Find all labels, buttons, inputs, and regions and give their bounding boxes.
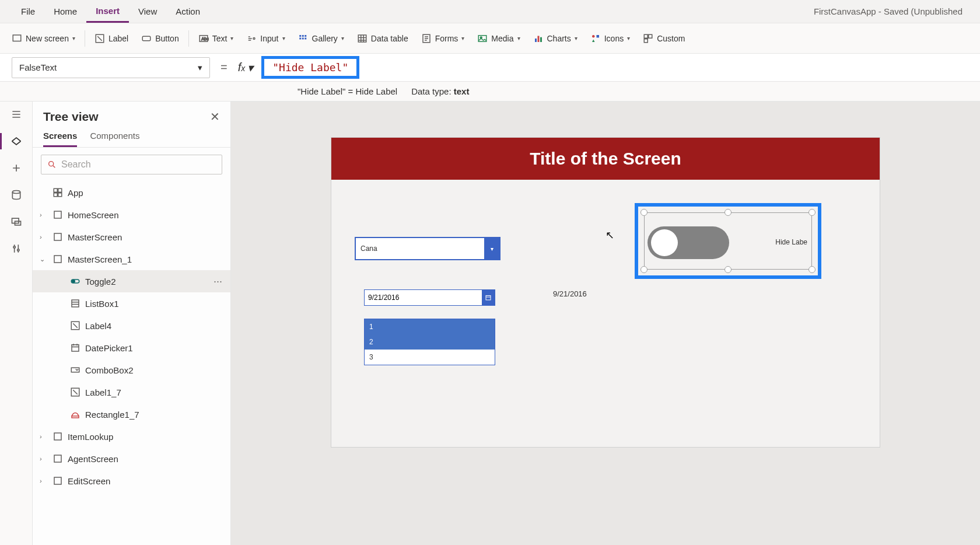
- tree-node-itemlookup[interactable]: ›ItemLookup: [33, 425, 230, 448]
- custom-button[interactable]: Custom: [637, 30, 691, 47]
- svg-rect-6: [299, 35, 301, 37]
- advanced-tools-icon[interactable]: [9, 242, 23, 256]
- tree-node-datepicker1[interactable]: DatePicker1: [33, 337, 230, 359]
- menu-action[interactable]: Action: [166, 0, 209, 23]
- text-button[interactable]: Abc Text▾: [192, 30, 240, 47]
- tree-node-masterscreen1[interactable]: ⌄MasterScreen_1: [33, 248, 230, 270]
- list-item[interactable]: 3: [365, 350, 495, 365]
- list-item[interactable]: 2: [365, 334, 495, 350]
- tree-node-combobox2[interactable]: ComboBox2: [33, 359, 230, 381]
- svg-rect-35: [54, 233, 61, 240]
- gallery-button[interactable]: Gallery▾: [292, 30, 350, 47]
- label-button[interactable]: Label: [89, 30, 134, 47]
- top-menu: File Home Insert View Action FirstCanvas…: [0, 0, 980, 23]
- insert-rail-icon[interactable]: [9, 161, 23, 175]
- fx-label[interactable]: fx▾: [238, 61, 254, 75]
- canvas-area[interactable]: Title of the Screen Cana ▾ 9/21/2016 9/2…: [231, 102, 980, 545]
- tree-node-masterscreen[interactable]: ›MasterScreen: [33, 226, 230, 248]
- tree-node-rectangle1-7[interactable]: Rectangle1_7: [33, 403, 230, 425]
- chevron-down-icon[interactable]: ▾: [484, 238, 499, 259]
- svg-rect-32: [54, 193, 57, 197]
- more-icon[interactable]: ⋯: [214, 276, 222, 287]
- charts-button[interactable]: Charts▾: [527, 30, 583, 47]
- svg-point-19: [592, 35, 595, 38]
- list-item[interactable]: 1: [365, 319, 495, 334]
- data-icon[interactable]: [9, 188, 23, 202]
- tree-node-homescreen[interactable]: ›HomeScreen: [33, 204, 230, 226]
- formula-input[interactable]: "Hide Label": [261, 56, 359, 79]
- resize-handle[interactable]: [640, 266, 648, 273]
- search-input[interactable]: Search: [41, 155, 222, 174]
- svg-rect-31: [58, 188, 62, 192]
- svg-point-24: [12, 191, 20, 194]
- eval-result: "Hide Label" = Hide Label: [298, 86, 397, 96]
- menu-insert[interactable]: Insert: [86, 0, 129, 23]
- formula-bar: FalseText▾ = fx▾ "Hide Label": [0, 54, 980, 82]
- resize-handle[interactable]: [724, 266, 732, 273]
- media-rail-icon[interactable]: [9, 215, 23, 229]
- toggle-switch[interactable]: [648, 226, 729, 259]
- property-dropdown[interactable]: FalseText▾: [12, 57, 210, 78]
- svg-rect-30: [54, 188, 57, 192]
- svg-rect-10: [302, 37, 303, 39]
- resize-handle[interactable]: [808, 266, 816, 273]
- close-icon[interactable]: ✕: [210, 110, 220, 124]
- svg-point-28: [17, 249, 19, 251]
- input-button[interactable]: Input▾: [240, 30, 290, 47]
- menu-view[interactable]: View: [129, 0, 166, 23]
- hamburger-icon[interactable]: [9, 107, 23, 121]
- svg-rect-7: [302, 35, 303, 37]
- svg-rect-0: [13, 35, 21, 41]
- tab-screens[interactable]: Screens: [43, 131, 77, 147]
- table-icon: [357, 33, 368, 44]
- svg-point-29: [49, 162, 54, 166]
- canvas-screen[interactable]: Title of the Screen Cana ▾ 9/21/2016 9/2…: [331, 138, 880, 447]
- tree-node-agentscreen[interactable]: ›AgentScreen: [33, 448, 230, 470]
- svg-rect-34: [54, 211, 61, 218]
- toggle-selection[interactable]: Hide Labe: [635, 203, 821, 279]
- data-table-button[interactable]: Data table: [351, 30, 414, 47]
- button-icon: [141, 33, 152, 44]
- forms-button[interactable]: Forms▾: [415, 30, 471, 47]
- search-icon: [47, 160, 57, 169]
- toggle-label: Hide Labe: [775, 238, 807, 246]
- tree-node-label1-7[interactable]: Label1_7: [33, 381, 230, 403]
- svg-rect-9: [299, 37, 301, 39]
- combobox-value: Cana: [356, 244, 484, 253]
- tree-view-icon[interactable]: [9, 134, 23, 148]
- button-button[interactable]: Button: [135, 30, 184, 47]
- icons-button[interactable]: Icons▾: [584, 30, 636, 47]
- tree-node-app[interactable]: App: [33, 181, 230, 204]
- menu-home[interactable]: Home: [44, 0, 86, 23]
- tree-node-label4[interactable]: Label4: [33, 315, 230, 337]
- calendar-icon[interactable]: [482, 290, 495, 305]
- svg-rect-23: [644, 39, 648, 42]
- tree: App ›HomeScreen ›MasterScreen ⌄MasterScr…: [33, 181, 230, 545]
- svg-rect-8: [304, 35, 306, 37]
- svg-rect-18: [540, 37, 542, 41]
- svg-rect-11: [304, 37, 306, 39]
- media-button[interactable]: Media▾: [471, 30, 526, 47]
- datepicker-control[interactable]: 9/21/2016: [364, 289, 495, 306]
- resize-handle[interactable]: [724, 209, 732, 216]
- tab-components[interactable]: Components: [90, 131, 139, 147]
- svg-point-5: [253, 37, 255, 39]
- tree-node-editscreen[interactable]: ›EditScreen: [33, 470, 230, 492]
- combobox-control[interactable]: Cana ▾: [355, 237, 501, 260]
- app-title: FirstCanvasApp - Saved (Unpublished: [814, 6, 968, 16]
- svg-rect-39: [72, 300, 79, 307]
- svg-rect-33: [58, 193, 62, 197]
- listbox-control[interactable]: 1 2 3: [364, 319, 495, 365]
- equals-symbol: =: [218, 61, 230, 74]
- menu-file[interactable]: File: [12, 0, 44, 23]
- svg-rect-44: [72, 416, 79, 418]
- svg-point-27: [13, 246, 15, 248]
- tree-node-listbox1[interactable]: ListBox1: [33, 292, 230, 315]
- resize-handle[interactable]: [808, 209, 816, 216]
- svg-rect-14: [479, 35, 487, 41]
- resize-handle[interactable]: [640, 209, 648, 216]
- date-label: 9/21/2016: [553, 289, 587, 298]
- new-screen-button[interactable]: New screen▾: [6, 30, 81, 47]
- svg-text:Abc: Abc: [201, 36, 209, 41]
- tree-node-toggle2[interactable]: Toggle2⋯: [33, 270, 230, 292]
